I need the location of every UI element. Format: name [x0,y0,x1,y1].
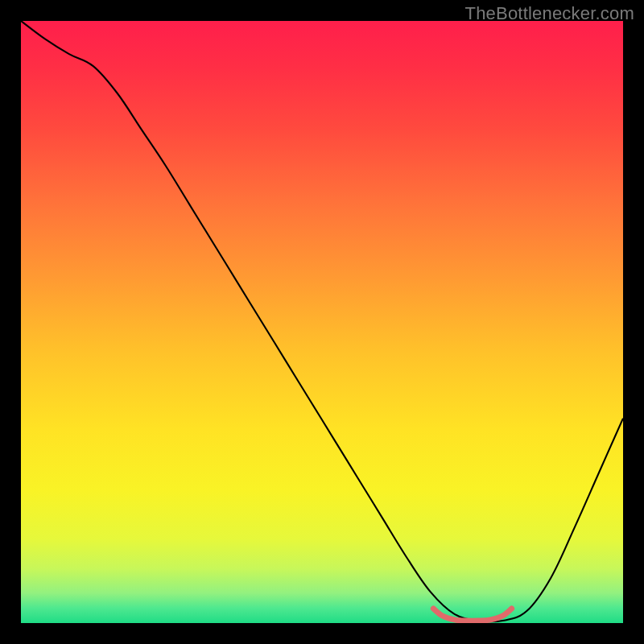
chart-frame [21,21,623,623]
bottleneck-chart [21,21,623,623]
gradient-background [21,21,623,623]
